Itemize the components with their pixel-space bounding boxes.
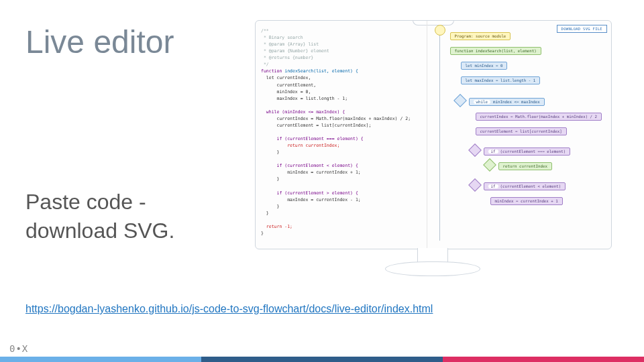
subtitle-line-2: download SVG. [25,219,174,243]
diamond-icon [468,143,482,157]
flow-node-function: function indexSearch(list, element) [450,47,541,55]
monitor-illustration: /** * Binary search * @param {Array} lis… [255,20,610,282]
flow-node-get-element: currentElement = list[currentIndex] [476,127,567,135]
flow-node-while: whileminIndex <= maxIndex [469,98,545,106]
download-svg-button[interactable]: DOWNLOAD SVG FILE [557,25,607,33]
flow-node-if-eq: if(currentElement === element) [484,147,571,156]
footer-bar-3 [443,357,644,362]
flowchart-pane: DOWNLOAD SVG FILE Program: source module… [427,21,611,249]
monitor-frame: /** * Binary search * @param {Array} lis… [255,20,612,249]
live-editor-app: /** * Binary search * @param {Array} lis… [256,21,611,249]
flow-node-program: Program: source module [450,32,511,40]
live-editor-url[interactable]: https://bogdan-lyashenko.github.io/js-co… [25,303,433,315]
flow-node-minindex: let minIndex = 0 [461,62,508,70]
flow-node-if-lt: if(currentElement < element) [484,182,566,190]
diamond-icon [468,178,482,192]
flow-node-maxindex: let maxIndex = list.length - 1 [461,76,541,84]
monitor-stand-base [385,261,480,276]
slide-title: Live editor [25,23,174,60]
start-node-icon [435,25,445,36]
flow-node-return: return currentIndex [498,162,552,170]
footer-accent-bars [0,357,644,362]
flow-spine [439,26,440,241]
diamond-icon [483,158,496,172]
subtitle-line-1: Paste code - [25,190,146,214]
slide-subtitle: Paste code - download SVG. [25,188,174,245]
footer-bar-1 [0,357,201,362]
flow-node-calc-index: currentIndex = Math.floor(maxIndex + min… [476,113,602,121]
brand-logo: 0•X [9,343,28,354]
code-editor-pane[interactable]: /** * Binary search * @param {Array} lis… [256,21,427,249]
footer-bar-2 [201,357,443,362]
flow-node-assign-min: minIndex = currentIndex + 1 [490,197,563,205]
diamond-icon [453,94,467,107]
slide: Live editor Paste code - download SVG. h… [0,0,644,362]
